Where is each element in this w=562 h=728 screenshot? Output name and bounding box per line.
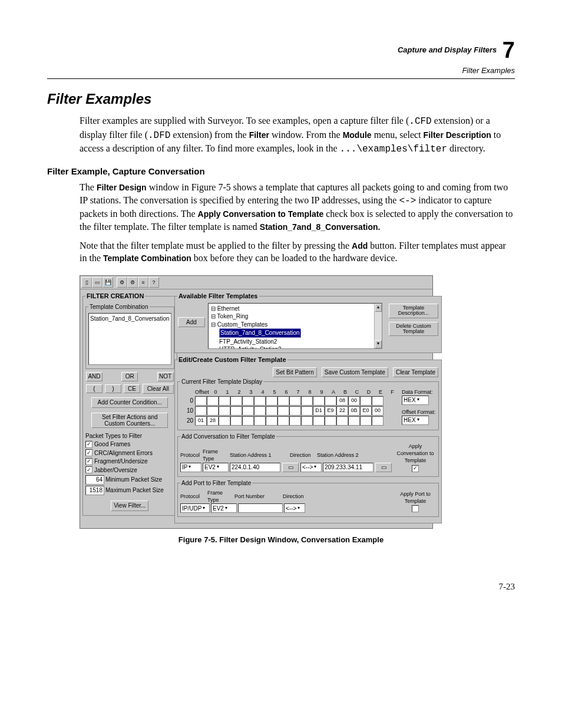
apply-port-label: Apply Port to Template [395,490,436,505]
ce-button[interactable]: CE [124,384,140,394]
book-icon[interactable]: ▭ [375,463,392,472]
template-tree[interactable]: ⊟ Ethernet ⊟ Token_Ring ⊟ Custom_Templat… [208,303,382,349]
page-number: 7-23 [47,581,515,592]
apply-conversation-label: Apply Conversation to Template [395,443,436,464]
paren-close-button[interactable]: ) [105,384,121,394]
save-custom-template-button[interactable]: Save Custom Template [322,367,388,378]
port-number-input[interactable] [238,503,283,513]
para2: The Filter Design window in Figure 7-5 s… [80,181,515,265]
section-heading: Filter Examples [47,90,515,108]
add-counter-button[interactable]: Add Counter Condition... [91,397,168,408]
frame-type-label: Frame Type [203,448,229,462]
help-icon[interactable]: ? [148,277,159,288]
packet-types-label: Packet Types to Filter [85,432,174,440]
add-port-group: Add Port to Filter Template Protocol Fra… [177,479,439,518]
add-button[interactable]: Add [178,317,205,328]
view-filter-button[interactable]: View Filter... [111,500,148,511]
port-number-label: Port Number [234,493,282,500]
port-direction-select[interactable]: <--> [284,503,305,513]
para3: Note that the filter template must be ap… [80,239,515,265]
add-port-legend: Add Port to Filter Template [180,479,252,487]
template-description-button[interactable]: Template Description... [389,304,438,318]
available-templates-group: Available Filter Templates Add ⊟ Etherne… [174,292,442,353]
current-filter-display-group: Current Filter Template Display Offset 0… [177,378,439,430]
sa1-label: Station Address 1 [230,452,289,459]
chapter-title: Capture and Display Filters [398,45,497,54]
edit-create-template-group: Edit/Create Custom Filter Template Set B… [174,355,442,524]
direction-select[interactable]: <--> [300,463,322,472]
tree-scrollbar[interactable]: ▴ ▾ [374,304,382,348]
offset-format-select[interactable]: HEX [402,416,429,425]
header-subtitle: Filter Examples [462,66,515,75]
toolbar-icon[interactable]: ▯ [81,277,92,288]
filter-creation-group: FILTER CREATION Template Combination Sta… [82,292,177,516]
station-address-2-input[interactable]: 209.233.34.11 [323,463,373,472]
fragment-checkbox[interactable]: ✓Fragment/Undersize [85,457,174,466]
intro-paragraph: Filter examples are supplied with Survey… [80,114,515,156]
subsection-heading: Filter Example, Capture Conversation [47,166,515,177]
filter-creation-legend: FILTER CREATION [85,292,145,301]
max-packet-label: Maximum Packet Size [105,486,164,495]
crc-checkbox[interactable]: ✓CRC/Alignment Errors [85,449,174,457]
port-protocol-select[interactable]: IP/UDP [180,503,210,513]
min-packet-label: Minimum Packet Size [105,476,162,484]
max-packet-input[interactable]: 1518 [85,486,104,495]
filter-design-window-figure: ▯ ▭ 💾 ⚙ ⚙ ≡ ? FILTER CREATION Template C… [80,275,433,529]
template-combination-list[interactable]: Station_7and_8_Conversation [88,313,171,365]
delete-template-button[interactable]: Delete Custom Template [389,322,438,337]
hex-header-row: Offset 0123456789ABCDEF [195,388,398,396]
offset-format-label: Offset Format: [402,409,436,416]
toolbar-icon[interactable]: 💾 [103,277,113,288]
hex-row-0: 0 0800 [180,396,398,406]
template-combination-group: Template Combination Station_7and_8_Conv… [85,303,174,370]
protocol-select[interactable]: IP [180,463,201,472]
jabber-checkbox[interactable]: ✓Jabber/Oversize [85,466,174,475]
port-direction-label: Direction [283,493,304,500]
toolbar-icon[interactable]: ▭ [92,277,103,288]
frame-type-select[interactable]: EV2 [203,463,229,472]
toolbar-icon[interactable]: ⚙ [127,277,138,288]
clear-template-button[interactable]: Clear Template [393,367,438,378]
data-format-label: Data Format: [402,388,436,396]
port-frame-type-select[interactable]: EV2 [211,503,237,513]
chapter-number: 7 [503,38,515,62]
page-header: Capture and Display Filters 7 Filter Exa… [47,35,515,76]
toolbar: ▯ ▭ 💾 ⚙ ⚙ ≡ ? [80,276,432,289]
set-filter-actions-button[interactable]: Set Filter Actions and Custom Counters..… [91,413,168,428]
station-address-1-input[interactable]: 224.0.1.40 [230,463,280,472]
and-button[interactable]: AND [86,372,103,381]
min-packet-input[interactable]: 64 [85,475,104,485]
port-frame-type-label: Frame Type [207,489,233,503]
header-rule [47,78,515,79]
apply-conversation-checkbox[interactable]: ✓ [395,465,436,472]
clear-all-button[interactable]: Clear All [143,384,174,394]
hex-row-20: 20 0128 [180,416,398,426]
good-frames-checkbox[interactable]: ✓Good Frames [85,440,174,449]
toolbar-icon[interactable]: ≡ [138,277,148,288]
template-combination-legend: Template Combination [88,303,150,311]
set-bit-pattern-button[interactable]: Set Bit Pattern [273,367,316,378]
apply-port-checkbox[interactable] [395,505,436,512]
sa2-label: Station Address 2 [317,452,359,459]
edit-create-legend: Edit/Create Custom Filter Template [177,355,287,364]
book-icon[interactable]: ▭ [282,463,299,472]
paren-open-button[interactable]: ( [86,384,103,394]
data-format-select[interactable]: HEX [402,396,429,405]
protocol-label: Protocol [180,452,201,459]
port-protocol-label: Protocol [180,493,206,500]
available-templates-legend: Available Filter Templates [177,292,259,301]
add-conversation-legend: Add Conversation to Filter Template [180,433,276,441]
add-conversation-group: Add Conversation to Filter Template Prot… [177,433,439,477]
figure-caption: Figure 7-5. Filter Design Window, Conver… [47,535,515,545]
toolbar-icon[interactable]: ⚙ [117,277,127,288]
or-button[interactable]: OR [121,372,138,381]
direction-label: Direction [290,452,316,459]
selected-template[interactable]: Station_7and_8_Conversation [219,328,301,338]
hex-row-10: 10 D1E9220BE000 [180,406,398,416]
not-button[interactable]: NOT [157,372,174,381]
current-filter-display-legend: Current Filter Template Display [180,378,263,386]
